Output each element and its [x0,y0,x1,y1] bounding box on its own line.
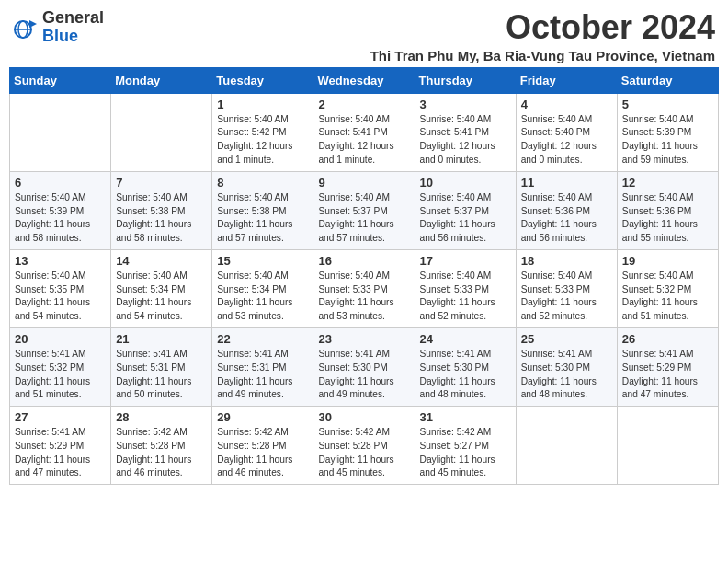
calendar-cell: 10Sunrise: 5:40 AMSunset: 5:37 PMDayligh… [415,171,516,249]
day-number: 19 [622,254,713,268]
day-number: 28 [116,410,207,424]
calendar-cell [516,407,617,485]
cell-content: Sunrise: 5:40 AMSunset: 5:34 PMDaylight:… [116,270,207,324]
cell-content: Sunrise: 5:40 AMSunset: 5:38 PMDaylight:… [217,191,308,246]
day-number: 27 [15,410,106,424]
calendar-cell: 27Sunrise: 5:41 AMSunset: 5:29 PMDayligh… [10,407,111,485]
day-header-saturday: Saturday [617,67,718,93]
cell-content: Sunrise: 5:41 AMSunset: 5:29 PMDaylight:… [622,348,713,402]
cell-content: Sunrise: 5:40 AMSunset: 5:41 PMDaylight:… [318,113,409,167]
day-number: 2 [318,98,409,111]
cell-content: Sunrise: 5:41 AMSunset: 5:31 PMDaylight:… [217,348,308,402]
calendar-week-row: 1Sunrise: 5:40 AMSunset: 5:42 PMDaylight… [10,93,719,171]
day-number: 10 [420,176,511,190]
calendar-cell: 19Sunrise: 5:40 AMSunset: 5:32 PMDayligh… [617,249,718,327]
calendar-cell: 16Sunrise: 5:40 AMSunset: 5:33 PMDayligh… [313,249,415,327]
calendar-cell: 26Sunrise: 5:41 AMSunset: 5:29 PMDayligh… [617,327,718,406]
day-number: 25 [521,332,612,346]
cell-content: Sunrise: 5:41 AMSunset: 5:30 PMDaylight:… [521,348,612,402]
day-number: 6 [15,176,106,190]
calendar-week-row: 13Sunrise: 5:40 AMSunset: 5:35 PMDayligh… [10,249,719,327]
cell-content: Sunrise: 5:40 AMSunset: 5:39 PMDaylight:… [622,113,713,167]
day-number: 9 [318,176,409,190]
cell-content: Sunrise: 5:41 AMSunset: 5:32 PMDaylight:… [15,348,106,402]
day-number: 31 [420,410,511,424]
calendar-cell [111,93,212,171]
calendar-week-row: 6Sunrise: 5:40 AMSunset: 5:39 PMDaylight… [10,171,719,249]
day-header-tuesday: Tuesday [212,67,313,93]
cell-content: Sunrise: 5:40 AMSunset: 5:42 PMDaylight:… [217,113,308,167]
cell-content: Sunrise: 5:40 AMSunset: 5:34 PMDaylight:… [217,270,308,324]
day-number: 24 [420,332,511,346]
calendar-cell: 28Sunrise: 5:42 AMSunset: 5:28 PMDayligh… [111,407,212,485]
day-number: 26 [622,332,713,346]
calendar-cell: 12Sunrise: 5:40 AMSunset: 5:36 PMDayligh… [617,171,718,249]
calendar-cell: 5Sunrise: 5:40 AMSunset: 5:39 PMDaylight… [617,93,718,171]
calendar-cell [10,93,111,171]
cell-content: Sunrise: 5:41 AMSunset: 5:30 PMDaylight:… [420,348,511,402]
cell-content: Sunrise: 5:40 AMSunset: 5:36 PMDaylight:… [521,191,612,246]
cell-content: Sunrise: 5:40 AMSunset: 5:33 PMDaylight:… [420,270,511,324]
day-header-wednesday: Wednesday [313,67,415,93]
page-header: General Blue October 2024 Thi Tran Phu M… [9,9,719,63]
day-number: 3 [420,98,511,111]
calendar-cell: 17Sunrise: 5:40 AMSunset: 5:33 PMDayligh… [415,249,516,327]
day-header-monday: Monday [111,67,212,93]
day-header-friday: Friday [516,67,617,93]
calendar-header-row: SundayMondayTuesdayWednesdayThursdayFrid… [10,67,719,93]
calendar-cell: 15Sunrise: 5:40 AMSunset: 5:34 PMDayligh… [212,249,313,327]
cell-content: Sunrise: 5:40 AMSunset: 5:36 PMDaylight:… [622,191,713,246]
cell-content: Sunrise: 5:40 AMSunset: 5:35 PMDaylight:… [15,270,106,324]
cell-content: Sunrise: 5:40 AMSunset: 5:32 PMDaylight:… [622,270,713,324]
calendar-week-row: 27Sunrise: 5:41 AMSunset: 5:29 PMDayligh… [10,407,719,485]
day-number: 30 [318,410,409,424]
cell-content: Sunrise: 5:42 AMSunset: 5:28 PMDaylight:… [116,426,207,480]
day-header-thursday: Thursday [415,67,516,93]
calendar-cell: 4Sunrise: 5:40 AMSunset: 5:40 PMDaylight… [516,93,617,171]
day-number: 7 [116,176,207,190]
calendar-cell: 7Sunrise: 5:40 AMSunset: 5:38 PMDaylight… [111,171,212,249]
calendar-cell: 13Sunrise: 5:40 AMSunset: 5:35 PMDayligh… [10,249,111,327]
day-number: 29 [217,410,308,424]
calendar-cell: 3Sunrise: 5:40 AMSunset: 5:41 PMDaylight… [415,93,516,171]
calendar-table: SundayMondayTuesdayWednesdayThursdayFrid… [9,67,719,486]
day-number: 4 [521,98,612,111]
day-number: 11 [521,176,612,190]
calendar-cell: 25Sunrise: 5:41 AMSunset: 5:30 PMDayligh… [516,327,617,406]
logo: General Blue [13,9,104,46]
cell-content: Sunrise: 5:41 AMSunset: 5:31 PMDaylight:… [116,348,207,402]
calendar-cell: 21Sunrise: 5:41 AMSunset: 5:31 PMDayligh… [111,327,212,406]
cell-content: Sunrise: 5:40 AMSunset: 5:37 PMDaylight:… [420,191,511,246]
calendar-cell: 20Sunrise: 5:41 AMSunset: 5:32 PMDayligh… [10,327,111,406]
calendar-week-row: 20Sunrise: 5:41 AMSunset: 5:32 PMDayligh… [10,327,719,406]
cell-content: Sunrise: 5:40 AMSunset: 5:33 PMDaylight:… [318,270,409,324]
cell-content: Sunrise: 5:42 AMSunset: 5:27 PMDaylight:… [420,426,511,480]
day-number: 22 [217,332,308,346]
calendar-cell: 2Sunrise: 5:40 AMSunset: 5:41 PMDaylight… [313,93,415,171]
cell-content: Sunrise: 5:40 AMSunset: 5:41 PMDaylight:… [420,113,511,167]
cell-content: Sunrise: 5:40 AMSunset: 5:37 PMDaylight:… [318,191,409,246]
calendar-cell: 29Sunrise: 5:42 AMSunset: 5:28 PMDayligh… [212,407,313,485]
day-number: 15 [217,254,308,268]
cell-content: Sunrise: 5:40 AMSunset: 5:33 PMDaylight:… [521,270,612,324]
day-number: 8 [217,176,308,190]
cell-content: Sunrise: 5:42 AMSunset: 5:28 PMDaylight:… [217,426,308,480]
day-number: 17 [420,254,511,268]
logo-text: General Blue [42,9,104,46]
calendar-cell: 11Sunrise: 5:40 AMSunset: 5:36 PMDayligh… [516,171,617,249]
subtitle: Thi Tran Phu My, Ba Ria-Vung Tau Provinc… [370,48,715,63]
day-number: 23 [318,332,409,346]
day-number: 21 [116,332,207,346]
day-number: 18 [521,254,612,268]
title-section: October 2024 Thi Tran Phu My, Ba Ria-Vun… [370,9,715,63]
day-number: 12 [622,176,713,190]
calendar-cell: 22Sunrise: 5:41 AMSunset: 5:31 PMDayligh… [212,327,313,406]
day-header-sunday: Sunday [10,67,111,93]
day-number: 14 [116,254,207,268]
calendar-cell: 14Sunrise: 5:40 AMSunset: 5:34 PMDayligh… [111,249,212,327]
calendar-cell: 8Sunrise: 5:40 AMSunset: 5:38 PMDaylight… [212,171,313,249]
calendar-cell: 1Sunrise: 5:40 AMSunset: 5:42 PMDaylight… [212,93,313,171]
logo-icon [13,15,39,40]
calendar-cell: 23Sunrise: 5:41 AMSunset: 5:30 PMDayligh… [313,327,415,406]
calendar-cell: 6Sunrise: 5:40 AMSunset: 5:39 PMDaylight… [10,171,111,249]
